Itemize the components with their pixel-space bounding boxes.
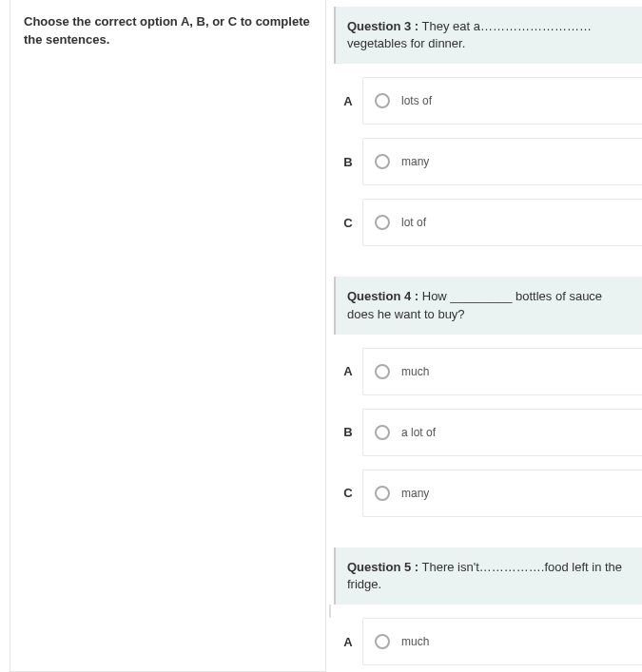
option-letter: B bbox=[334, 425, 362, 439]
question-header: Question 5 : There isn't…………….food left … bbox=[334, 547, 642, 605]
radio-icon[interactable] bbox=[375, 486, 390, 501]
layout: Choose the correct option A, B, or C to … bbox=[0, 0, 642, 672]
options-list: A much B lot C bbox=[334, 605, 642, 672]
grip-icon bbox=[329, 605, 331, 618]
question-block: Question 4 : How _________ bottles of sa… bbox=[334, 277, 642, 518]
radio-icon[interactable] bbox=[375, 425, 390, 440]
option-letter: C bbox=[334, 216, 362, 230]
option-row: C lot of bbox=[334, 197, 642, 248]
question-number: Question 4 : bbox=[347, 289, 418, 303]
option-row: A lots of bbox=[334, 75, 642, 126]
option-letter: A bbox=[334, 364, 362, 378]
questions-panel: Question 3 : They eat a………………………vegetabl… bbox=[334, 0, 642, 672]
options-list: A much B a lot of C bbox=[334, 335, 642, 519]
option-row: A much bbox=[334, 616, 642, 667]
option-box[interactable]: many bbox=[362, 470, 642, 517]
option-text: lots of bbox=[401, 94, 432, 107]
option-text: much bbox=[401, 635, 429, 648]
option-text: much bbox=[401, 365, 429, 378]
option-row: A much bbox=[334, 346, 642, 397]
option-text: many bbox=[401, 487, 429, 500]
radio-icon[interactable] bbox=[375, 634, 390, 649]
option-text: a lot of bbox=[401, 426, 436, 439]
option-box[interactable]: much bbox=[362, 618, 642, 665]
question-block: Question 3 : They eat a………………………vegetabl… bbox=[334, 7, 642, 248]
radio-icon[interactable] bbox=[375, 93, 390, 108]
option-box[interactable]: lot of bbox=[362, 199, 642, 246]
option-row: B many bbox=[334, 136, 642, 187]
option-text: many bbox=[401, 155, 429, 168]
option-row: B a lot of bbox=[334, 407, 642, 458]
radio-icon[interactable] bbox=[375, 154, 390, 169]
radio-icon[interactable] bbox=[375, 215, 390, 230]
question-header: Question 3 : They eat a………………………vegetabl… bbox=[334, 7, 642, 64]
option-box[interactable]: lots of bbox=[362, 77, 642, 125]
radio-icon[interactable] bbox=[375, 364, 390, 379]
option-letter: B bbox=[334, 155, 362, 169]
instructions-panel: Choose the correct option A, B, or C to … bbox=[10, 0, 326, 672]
option-letter: A bbox=[334, 94, 362, 108]
option-text: lot of bbox=[401, 216, 426, 229]
question-number: Question 5 : bbox=[347, 560, 418, 574]
instructions-text: Choose the correct option A, B, or C to … bbox=[24, 13, 312, 49]
option-box[interactable]: many bbox=[362, 138, 642, 185]
options-list: A lots of B many C bbox=[334, 64, 642, 248]
question-number: Question 3 : bbox=[347, 19, 418, 33]
option-row: C many bbox=[334, 468, 642, 519]
question-block: Question 5 : There isn't…………….food left … bbox=[334, 547, 642, 672]
option-box[interactable]: much bbox=[362, 348, 642, 395]
option-letter: C bbox=[334, 486, 362, 500]
option-letter: A bbox=[334, 635, 362, 649]
question-header: Question 4 : How _________ bottles of sa… bbox=[334, 277, 642, 334]
pane-divider[interactable] bbox=[326, 0, 334, 672]
option-box[interactable]: a lot of bbox=[362, 409, 642, 456]
